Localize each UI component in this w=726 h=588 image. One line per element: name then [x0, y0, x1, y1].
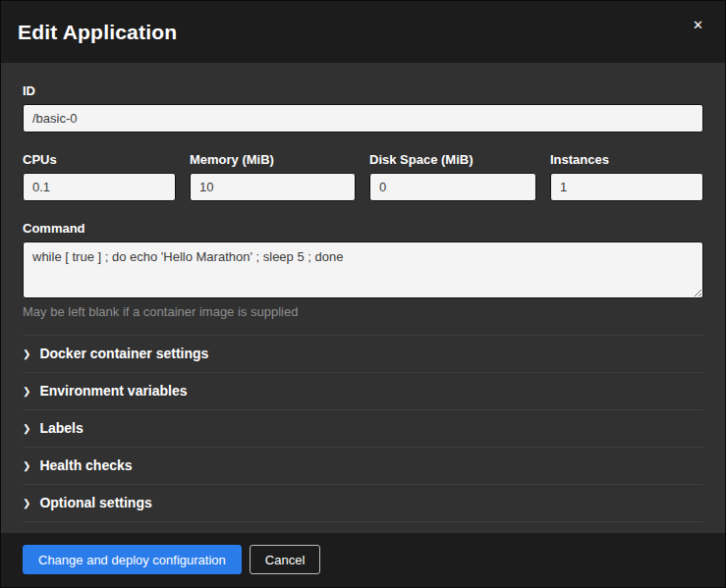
close-icon[interactable]: ✕: [689, 15, 707, 35]
edit-application-modal: Edit Application ✕ ID CPUs Memory (MiB) …: [0, 0, 726, 588]
id-input[interactable]: [23, 104, 703, 133]
chevron-right-icon: ❯: [23, 461, 30, 471]
modal-title: Edit Application: [18, 21, 177, 44]
id-field-group: ID: [23, 83, 703, 133]
cpus-input[interactable]: [23, 173, 176, 201]
section-docker-container-settings[interactable]: ❯ Docker container settings: [23, 335, 703, 372]
chevron-right-icon: ❯: [23, 424, 30, 434]
cancel-button[interactable]: Cancel: [250, 545, 320, 574]
modal-header: Edit Application ✕: [1, 1, 725, 63]
disk-input[interactable]: [369, 173, 536, 201]
id-label: ID: [23, 83, 703, 98]
disk-label: Disk Space (MiB): [369, 152, 536, 167]
resources-row: CPUs Memory (MiB) Disk Space (MiB) Insta…: [23, 152, 703, 201]
cpus-field-group: CPUs: [23, 152, 176, 201]
command-field-group: Command while [ true ] ; do echo 'Hello …: [23, 221, 703, 319]
section-label: Health checks: [39, 457, 132, 473]
command-textarea[interactable]: while [ true ] ; do echo 'Hello Marathon…: [23, 241, 703, 298]
section-labels[interactable]: ❯ Labels: [23, 409, 703, 447]
section-label: Optional settings: [39, 495, 151, 510]
command-label: Command: [23, 221, 703, 236]
section-label: Environment variables: [39, 383, 187, 399]
command-help-text: May be left blank if a container image i…: [23, 304, 703, 319]
instances-input[interactable]: [550, 173, 703, 201]
section-optional-settings[interactable]: ❯ Optional settings: [23, 484, 703, 521]
section-label: Labels: [39, 420, 83, 436]
memory-field-group: Memory (MiB): [190, 152, 356, 201]
chevron-right-icon: ❯: [23, 349, 30, 359]
chevron-right-icon: ❯: [23, 499, 30, 508]
cpus-label: CPUs: [23, 152, 176, 167]
instances-field-group: Instances: [550, 152, 703, 201]
section-health-checks[interactable]: ❯ Health checks: [23, 447, 703, 484]
collapsible-sections: ❯ Docker container settings ❯ Environmen…: [23, 335, 703, 522]
memory-input[interactable]: [190, 173, 356, 201]
modal-body: ID CPUs Memory (MiB) Disk Space (MiB) In…: [1, 63, 725, 533]
instances-label: Instances: [550, 152, 703, 167]
section-label: Docker container settings: [39, 346, 208, 361]
section-environment-variables[interactable]: ❯ Environment variables: [23, 372, 703, 409]
change-and-deploy-button[interactable]: Change and deploy configuration: [23, 545, 242, 574]
memory-label: Memory (MiB): [190, 152, 356, 167]
chevron-right-icon: ❯: [23, 387, 30, 397]
disk-field-group: Disk Space (MiB): [369, 152, 536, 201]
modal-footer: Change and deploy configuration Cancel: [1, 533, 725, 587]
